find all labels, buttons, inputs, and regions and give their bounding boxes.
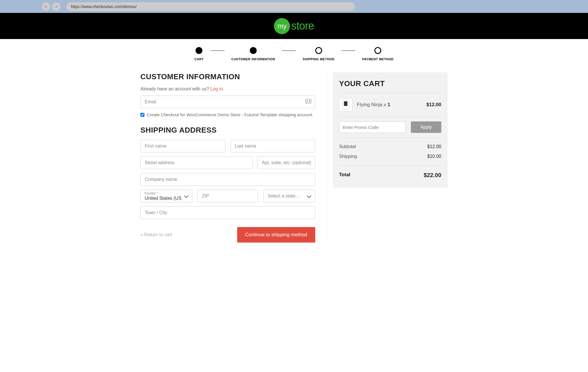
site-header: my store [0, 13, 588, 39]
browser-chrome: ‹ › https://www.checkoutwc.com/demos/ [0, 0, 588, 13]
step-cart[interactable]: CART [194, 47, 204, 61]
total-label: Total [339, 172, 350, 179]
step-payment-method[interactable]: PAYMENT METHOD [362, 47, 394, 61]
cart-item-qty: 1 [388, 102, 390, 107]
shipping-value: $10.00 [427, 154, 441, 159]
logo-badge: my [274, 18, 290, 34]
continue-button[interactable]: Continue to shipping method [237, 227, 315, 243]
shipping-row: Shipping $10.00 [339, 152, 441, 161]
step-label: PAYMENT METHOD [362, 57, 394, 61]
step-label: CUSTOMER INFORMATION [231, 57, 275, 61]
country-select-label: Country * [144, 191, 158, 195]
url-text: https://www.checkoutwc.com/demos/ [71, 4, 137, 9]
return-to-cart-link[interactable]: « Return to cart [140, 232, 172, 237]
checkout-form: CUSTOMER INFORMATION Already have an acc… [140, 72, 327, 243]
create-account-label: Create Checkout for WooCommerce Demo Sto… [147, 112, 314, 117]
subtotal-row: Subtotal $12.00 [339, 142, 441, 152]
email-field[interactable] [140, 96, 315, 108]
divider [339, 117, 441, 117]
cart-item-name-text: Flying Ninja x [357, 102, 388, 107]
contact-card-icon [305, 99, 311, 105]
customer-info-heading: CUSTOMER INFORMATION [140, 72, 315, 81]
total-value: $22.00 [424, 172, 441, 179]
url-bar[interactable]: https://www.checkoutwc.com/demos/ [66, 2, 355, 11]
create-account-checkbox[interactable] [140, 113, 144, 117]
last-name-field[interactable] [231, 140, 316, 152]
step-connector [341, 51, 355, 51]
apply-promo-button[interactable]: Apply [411, 121, 441, 133]
shipping-address-heading: SHIPPING ADDRESS [140, 126, 315, 135]
country-select[interactable]: Country * [140, 190, 192, 202]
logo[interactable]: my store [274, 18, 314, 34]
cart-heading: YOUR CART [339, 79, 441, 88]
login-link[interactable]: Log in. [210, 86, 224, 91]
city-field[interactable] [140, 206, 315, 219]
step-label: SHIPPING METHOD [303, 57, 334, 61]
divider [339, 165, 441, 166]
street-address-field[interactable] [140, 156, 253, 169]
divider [339, 93, 441, 93]
checkout-steps: CART CUSTOMER INFORMATION SHIPPING METHO… [0, 39, 588, 67]
login-prompt: Already have an account with us? Log in. [140, 86, 315, 92]
step-connector [282, 51, 296, 51]
subtotal-label: Subtotal [339, 144, 356, 149]
company-name-field[interactable] [140, 173, 315, 186]
apt-suite-field[interactable] [258, 156, 315, 169]
logo-word: store [291, 20, 314, 32]
browser-back-button[interactable]: ‹ [42, 2, 50, 11]
divider [339, 137, 441, 138]
cart-item-name: Flying Ninja x 1 [357, 102, 422, 108]
step-circle-icon [250, 47, 257, 54]
step-customer-info[interactable]: CUSTOMER INFORMATION [231, 47, 275, 61]
cart-sidebar: YOUR CART Flying Ninja x 1 $12.00 Apply … [327, 72, 448, 243]
shipping-label: Shipping [339, 154, 357, 159]
create-account-checkbox-row[interactable]: Create Checkout for WooCommerce Demo Sto… [140, 112, 315, 117]
step-shipping-method[interactable]: SHIPPING METHOD [303, 47, 334, 61]
svg-point-1 [307, 100, 308, 101]
step-label: CART [194, 57, 204, 61]
main-content: CUSTOMER INFORMATION Already have an acc… [140, 67, 448, 248]
cart-item-thumbnail [339, 98, 352, 111]
browser-forward-button[interactable]: › [52, 2, 61, 11]
state-select-value[interactable] [263, 190, 315, 202]
svg-rect-6 [344, 101, 347, 106]
step-circle-icon [196, 47, 202, 54]
promo-code-field[interactable] [339, 121, 406, 133]
zip-field[interactable] [198, 190, 258, 202]
cart-item: Flying Ninja x 1 $12.00 [339, 98, 441, 111]
state-select[interactable] [263, 190, 315, 202]
step-circle-icon [315, 47, 322, 54]
total-row: Total $22.00 [339, 170, 441, 181]
cart-item-price: $12.00 [426, 102, 441, 108]
first-name-field[interactable] [140, 140, 225, 152]
step-connector [211, 51, 225, 51]
login-prompt-text: Already have an account with us? [140, 86, 210, 91]
subtotal-value: $12.00 [427, 144, 441, 149]
step-circle-icon [374, 47, 381, 54]
